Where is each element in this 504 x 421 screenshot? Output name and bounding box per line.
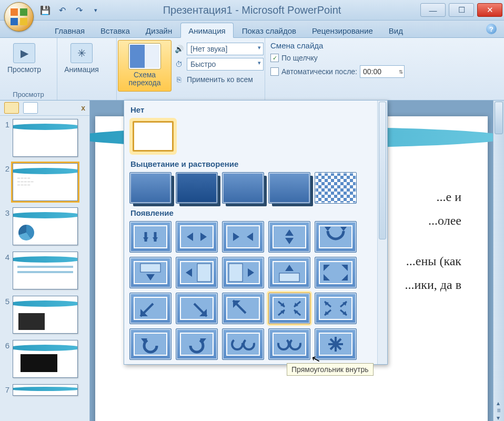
sound-row: 🔊 [Нет звука] [174, 42, 264, 56]
transition-none[interactable] [133, 121, 174, 152]
svg-rect-38 [227, 297, 259, 319]
undo-icon[interactable]: ↶ [56, 4, 68, 16]
transition-fade-2[interactable] [176, 172, 218, 204]
thumbnail-row[interactable]: 4 [2, 252, 87, 289]
transition-wipe[interactable] [176, 293, 218, 324]
transition-wipe[interactable] [222, 257, 264, 288]
transition-box-out[interactable] [315, 293, 357, 324]
transition-wipe[interactable] [315, 221, 357, 253]
preview-button[interactable]: ▶ Просмотр [3, 40, 45, 91]
slide-thumbnail[interactable] [13, 252, 78, 289]
transition-wipe[interactable] [268, 257, 310, 288]
gallery-section-none: Нет [126, 103, 375, 116]
thumbnail-row[interactable]: 7 [2, 384, 87, 396]
transition-wipe[interactable] [222, 328, 264, 360]
outline-tab[interactable] [23, 102, 38, 114]
transition-gallery-dropdown: Нет Выцветание и растворение Появление [124, 100, 388, 365]
svg-rect-19 [197, 264, 211, 282]
transition-wipe[interactable] [129, 328, 172, 360]
tab-insert[interactable]: Вставка [93, 23, 137, 37]
thumbnail-row[interactable]: 2— — — —— — — — —— — — — [2, 163, 87, 201]
save-icon[interactable]: 💾 [39, 4, 52, 16]
svg-rect-6 [227, 226, 259, 248]
speed-combo[interactable]: Быстро [187, 58, 264, 71]
redo-icon[interactable]: ↷ [73, 4, 85, 16]
slide-thumbnail[interactable] [13, 384, 78, 396]
sound-combo[interactable]: [Нет звука] [187, 43, 264, 55]
gallery-section-wipe: Появление [126, 206, 375, 219]
tab-review[interactable]: Рецензирование [305, 23, 380, 37]
transition-wipe[interactable] [129, 293, 172, 324]
office-button[interactable] [4, 2, 34, 32]
svg-rect-25 [279, 273, 299, 282]
transition-wipe[interactable] [176, 328, 218, 360]
animation-icon: ✳ [70, 43, 93, 63]
auto-after-checkbox[interactable] [270, 67, 279, 76]
transition-fade-3[interactable] [222, 172, 264, 204]
thumbnail-pane-tabs: x [0, 101, 89, 116]
transition-options-col: 🔊 [Нет звука] ⏱ Быстро ⎘ Применить ко вс… [174, 40, 264, 92]
auto-after-row[interactable]: Автоматически после: 00:00 [268, 65, 501, 78]
transition-wipe[interactable] [129, 257, 172, 288]
tab-design[interactable]: Дизайн [138, 23, 179, 37]
svg-rect-0 [134, 226, 167, 248]
svg-rect-22 [229, 264, 243, 282]
svg-rect-12 [319, 226, 352, 248]
slide-thumbnail[interactable]: — — — —— — — — —— — — — [13, 163, 78, 201]
animation-button[interactable]: ✳ Анимация [61, 40, 103, 91]
transition-wipe[interactable] [176, 221, 218, 253]
slides-tab[interactable] [4, 102, 19, 114]
ribbon: ▶ Просмотр Просмотр ✳ Анимация Схема пер… [0, 38, 504, 101]
window-controls: — ☐ ✕ [419, 2, 504, 18]
tab-slideshow[interactable]: Показ слайдов [235, 23, 304, 37]
thumbnail-row[interactable]: 6 [2, 340, 87, 378]
svg-rect-32 [134, 297, 167, 319]
gallery-section-fade: Выцветание и растворение [126, 157, 375, 170]
auto-after-time-spinner[interactable]: 00:00 [360, 65, 405, 78]
transition-wipe[interactable] [176, 257, 218, 288]
close-button[interactable]: ✕ [477, 3, 502, 17]
slide-thumbnail[interactable] [13, 119, 78, 157]
svg-rect-9 [273, 226, 306, 248]
vertical-scrollbar[interactable]: ▴≡▾ [493, 101, 504, 421]
scrollbar-thumb[interactable] [495, 102, 503, 134]
sound-icon: 🔊 [174, 44, 184, 54]
transition-wipe[interactable] [222, 293, 264, 324]
tab-animation[interactable]: Анимация [180, 23, 233, 38]
thumbnail-row[interactable]: 3 [2, 207, 87, 245]
transition-box-in[interactable] [268, 293, 310, 324]
transition-fade-1[interactable] [129, 172, 172, 204]
transition-dissolve[interactable] [315, 172, 357, 204]
slide-thumbnail[interactable] [13, 207, 78, 245]
slide-thumbnail[interactable] [13, 296, 78, 334]
tab-home[interactable]: Главная [47, 23, 92, 37]
gallery-scrollbar-thumb[interactable] [379, 102, 386, 239]
slide-thumbnail[interactable] [13, 340, 78, 378]
svg-rect-35 [180, 297, 213, 319]
transition-scheme-button[interactable]: Схема перехода [118, 40, 172, 92]
on-click-checkbox[interactable]: ✓ [270, 54, 279, 62]
transition-wipe[interactable] [315, 257, 357, 288]
qat-customize-icon[interactable]: ▾ [89, 4, 102, 16]
transition-wipe[interactable] [129, 221, 172, 253]
thumbnail-row[interactable]: 5 [2, 296, 87, 334]
transition-wipe[interactable] [222, 221, 264, 253]
animation-label: Анимация [64, 65, 99, 74]
thumbnail-row[interactable]: 1 [2, 119, 87, 157]
apply-all-button[interactable]: ⎘ Применить ко всем [174, 73, 264, 86]
apply-all-icon: ⎘ [174, 74, 184, 85]
transition-wipe[interactable] [315, 328, 357, 360]
pane-close-icon[interactable]: x [81, 104, 85, 112]
transition-wipe[interactable] [268, 328, 310, 360]
scrollbar-nav-arrows[interactable]: ▴≡▾ [493, 399, 504, 421]
transition-fade-4[interactable] [268, 172, 310, 204]
slide-thumbnail-pane: x 1 2— — — —— — — — —— — — — 3 4 5 6 7 [0, 101, 90, 421]
help-icon[interactable]: ? [486, 24, 497, 34]
tab-view[interactable]: Вид [381, 23, 410, 37]
transition-wipe[interactable] [268, 221, 310, 253]
on-click-row[interactable]: ✓ По щелчку [268, 51, 501, 65]
gallery-scrollbar[interactable] [377, 101, 387, 364]
maximize-button[interactable]: ☐ [449, 3, 474, 17]
speed-icon: ⏱ [174, 59, 184, 69]
minimize-button[interactable]: — [420, 3, 446, 17]
